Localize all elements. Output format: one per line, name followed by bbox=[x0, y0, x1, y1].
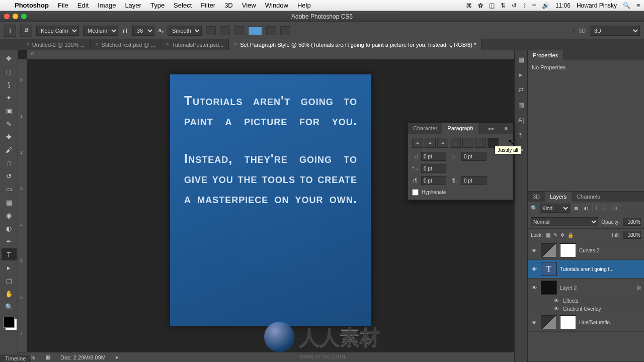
adjustments-panel-icon[interactable]: ⇄ bbox=[516, 84, 526, 95]
orientation-icon[interactable]: ⇵ bbox=[20, 25, 32, 37]
canvas[interactable]: Tutorials aren't going to paint a pictur… bbox=[27, 59, 514, 352]
3d-select[interactable]: 3D bbox=[590, 26, 640, 36]
lasso-tool[interactable]: ⟆ bbox=[2, 78, 17, 90]
history-panel-icon[interactable]: ▤ bbox=[516, 54, 526, 64]
tray-icon[interactable]: ⌘ bbox=[466, 2, 472, 9]
visibility-icon[interactable]: 👁 bbox=[531, 266, 538, 272]
menu-photoshop[interactable]: Photoshop bbox=[10, 2, 53, 9]
wifi-icon[interactable]: ⌔ bbox=[532, 2, 536, 9]
gradient-tool[interactable]: ▤ bbox=[2, 196, 17, 208]
effect-item[interactable]: 👁Gradient Overlay bbox=[528, 305, 644, 313]
fx-badge[interactable]: fx bbox=[637, 285, 641, 291]
visibility-icon[interactable]: 👁 bbox=[531, 320, 538, 325]
pen-tool[interactable]: ✒ bbox=[2, 235, 17, 247]
hand-tool[interactable]: ✋ bbox=[2, 288, 17, 300]
actions-panel-icon[interactable]: ▸ bbox=[516, 69, 526, 79]
align-center-button[interactable]: ≡ bbox=[425, 138, 436, 148]
tool-preset-icon[interactable]: T bbox=[4, 25, 16, 37]
layer-row[interactable]: 👁 Layer 2 fx bbox=[528, 279, 644, 297]
zoom-tool[interactable]: 🔍 bbox=[2, 301, 17, 313]
menu-filter[interactable]: Filter bbox=[196, 2, 220, 9]
layer-name[interactable]: Hue/Saturatio... bbox=[579, 320, 641, 325]
justify-last-center-button[interactable]: ≣ bbox=[462, 138, 473, 148]
align-center-button[interactable] bbox=[220, 26, 230, 35]
character-tab[interactable]: Character bbox=[408, 123, 442, 134]
layer-name[interactable]: Layer 2 bbox=[560, 285, 634, 291]
antialias-select[interactable]: Smooth bbox=[168, 26, 202, 36]
channels-tab[interactable]: Channels bbox=[572, 192, 605, 202]
layer-thumb[interactable] bbox=[541, 243, 557, 257]
font-size-select[interactable]: 36 pt bbox=[132, 26, 154, 36]
fill-input[interactable] bbox=[623, 231, 641, 239]
menu-3d[interactable]: 3D bbox=[220, 2, 237, 9]
menu-window[interactable]: Window bbox=[261, 2, 293, 9]
filter-pixel-icon[interactable]: ▦ bbox=[572, 204, 580, 212]
crop-tool[interactable]: ▣ bbox=[2, 105, 17, 117]
blur-tool[interactable]: ◉ bbox=[2, 209, 17, 221]
properties-tab[interactable]: Properties bbox=[528, 50, 563, 60]
space-before-input[interactable] bbox=[421, 176, 446, 185]
lock-all-icon[interactable]: 🔒 bbox=[568, 232, 574, 238]
close-tab-icon[interactable]: × bbox=[26, 42, 29, 47]
layer-row[interactable]: 👁 Hue/Saturatio... bbox=[528, 313, 644, 332]
doc-info-icon[interactable]: ▦ bbox=[45, 354, 50, 360]
menu-select[interactable]: Select bbox=[169, 2, 196, 9]
dodge-tool[interactable]: ◐ bbox=[2, 222, 17, 234]
menu-file[interactable]: File bbox=[53, 2, 73, 9]
layer-thumb[interactable]: T bbox=[541, 262, 557, 276]
justify-last-right-button[interactable]: ≣ bbox=[475, 138, 486, 148]
tray-icon[interactable]: ⇅ bbox=[501, 2, 506, 9]
layer-row[interactable]: 👁 T Tutorials aren't going t... bbox=[528, 260, 644, 279]
close-tab-icon[interactable]: × bbox=[96, 42, 99, 47]
blend-mode-select[interactable]: Normal bbox=[531, 217, 598, 226]
document-tab[interactable]: ×Untitled-2 @ 100% ... bbox=[21, 39, 91, 50]
lock-trans-icon[interactable]: ▦ bbox=[546, 232, 550, 238]
doc-popup-icon[interactable]: ▸ bbox=[116, 354, 119, 360]
close-tab-icon[interactable]: × bbox=[234, 42, 237, 47]
heal-tool[interactable]: ✚ bbox=[2, 131, 17, 143]
paragraph-panel[interactable]: Character Paragraph ▸▸ ≡ ≡ ≡ ≡ ≣ ≣ ≣ ≣ →… bbox=[408, 123, 513, 200]
move-tool[interactable]: ✥ bbox=[2, 52, 17, 64]
align-right-button[interactable]: ≡ bbox=[437, 138, 448, 148]
indent-right-input[interactable] bbox=[461, 152, 487, 161]
styles-panel-icon[interactable]: ▦ bbox=[516, 100, 526, 110]
filter-adj-icon[interactable]: ◐ bbox=[582, 204, 590, 212]
filter-kind-select[interactable]: Kind bbox=[540, 204, 570, 213]
bluetooth-icon[interactable]: ᛒ bbox=[523, 2, 526, 9]
volume-icon[interactable]: 🔊 bbox=[542, 2, 549, 9]
notification-icon[interactable]: ≡ bbox=[636, 2, 640, 9]
font-weight-select[interactable]: Medium bbox=[83, 26, 118, 36]
wand-tool[interactable]: ✦ bbox=[2, 92, 17, 104]
marquee-tool[interactable]: ◻ bbox=[2, 65, 17, 77]
text-color-swatch[interactable] bbox=[248, 26, 262, 35]
stamp-tool[interactable]: ⎍ bbox=[2, 157, 17, 169]
filter-type-icon[interactable]: T bbox=[592, 204, 600, 212]
document-tab[interactable]: ×StitchedText.psd @ ... bbox=[91, 39, 161, 50]
warp-text-button[interactable] bbox=[266, 26, 276, 35]
filter-smart-icon[interactable]: ◫ bbox=[612, 204, 620, 212]
menu-type[interactable]: Type bbox=[146, 2, 169, 9]
menu-help[interactable]: Help bbox=[293, 2, 315, 9]
menu-image[interactable]: Image bbox=[93, 2, 120, 9]
align-left-button[interactable]: ≡ bbox=[412, 138, 423, 148]
layer-thumb[interactable] bbox=[541, 281, 557, 295]
layer-name[interactable]: Tutorials aren't going t... bbox=[560, 266, 641, 272]
3d-tab[interactable]: 3D bbox=[528, 192, 545, 202]
history-brush-tool[interactable]: ↺ bbox=[2, 170, 17, 182]
clock[interactable]: 11:06 bbox=[555, 2, 571, 9]
timeline-tab[interactable]: Timeline bbox=[0, 354, 31, 362]
brush-tool[interactable]: 🖌 bbox=[2, 144, 17, 156]
paragraph-tab[interactable]: Paragraph bbox=[442, 123, 478, 134]
menu-view[interactable]: View bbox=[237, 2, 261, 9]
effects-row[interactable]: 👁Effects bbox=[528, 297, 644, 305]
lock-pos-icon[interactable]: ✥ bbox=[560, 232, 565, 238]
type-tool[interactable]: T bbox=[2, 248, 17, 260]
paragraph-panel-icon[interactable]: ¶ bbox=[516, 130, 526, 140]
menu-layer[interactable]: Layer bbox=[120, 2, 146, 9]
panel-menu-icon[interactable]: ≡ bbox=[500, 123, 513, 134]
eyedropper-tool[interactable]: ✎ bbox=[2, 118, 17, 130]
eraser-tool[interactable]: ▭ bbox=[2, 183, 17, 195]
close-tab-icon[interactable]: × bbox=[166, 42, 169, 47]
indent-left-input[interactable] bbox=[421, 152, 446, 161]
panels-toggle-button[interactable] bbox=[280, 26, 290, 35]
